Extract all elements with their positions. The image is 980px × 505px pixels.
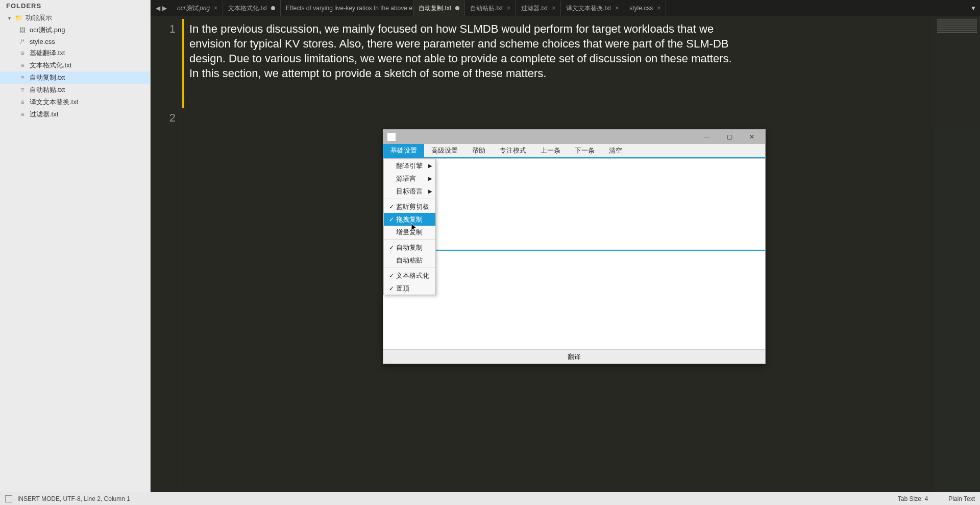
translate-button[interactable]: 翻译 [383, 349, 765, 364]
window-minimize-button[interactable]: — [696, 130, 718, 144]
tab-label: style.css [629, 5, 653, 12]
check-icon: ✓ [388, 285, 395, 292]
dropdown-label: 自动粘贴 [396, 256, 423, 265]
menu-item[interactable]: 基础设置 [383, 144, 424, 157]
tab-label: 自动粘贴.txt [470, 4, 503, 13]
line-number: 2 [151, 110, 176, 125]
file-type-icon: ≡ [18, 74, 27, 81]
tab-close-icon[interactable]: × [552, 5, 555, 12]
status-text[interactable]: INSERT MODE, UTF-8, Line 2, Column 1 [17, 495, 130, 502]
file-item[interactable]: /*style.css [0, 36, 150, 47]
dropdown-label: 源语言 [396, 174, 416, 183]
dropdown-item[interactable]: 源语言▶ [384, 172, 435, 185]
menu-item[interactable]: 清空 [602, 144, 629, 157]
tab-bar: ◀ ▶ ocr测试.png×文本格式化.txtEffects of varyin… [151, 0, 980, 16]
submenu-arrow-icon: ▶ [428, 176, 432, 181]
check-icon: ✓ [388, 203, 395, 210]
file-item[interactable]: ≡自动粘贴.txt [0, 84, 150, 96]
dropdown-item[interactable]: 翻译引擎▶ [384, 159, 435, 172]
dropdown-item[interactable]: ✓拖拽复制 [384, 213, 435, 226]
file-item[interactable]: ≡自动复制.txt [0, 71, 150, 84]
file-type-icon: ≡ [18, 86, 27, 93]
file-label: 文本格式化.txt [30, 61, 71, 70]
menu-item[interactable]: 专注模式 [493, 144, 533, 157]
dropdown-item[interactable]: 自动粘贴 [384, 254, 435, 267]
tab-close-icon[interactable]: × [214, 5, 217, 12]
gutter: 1 2 [151, 16, 181, 492]
tab-overflow-chevron[interactable]: ▼ [967, 0, 980, 16]
dirty-indicator-icon [455, 6, 459, 10]
tab[interactable]: 过滤器.txt× [516, 0, 561, 16]
folder-root[interactable]: ▾ 📁 功能展示 [0, 12, 150, 24]
tab-label: 过滤器.txt [521, 4, 548, 13]
submenu-arrow-icon: ▶ [428, 163, 432, 169]
menu-item[interactable]: 上一条 [533, 144, 568, 157]
nav-forward-icon[interactable]: ▶ [162, 5, 167, 12]
file-type-icon: ≡ [18, 99, 27, 106]
menu-separator [384, 199, 435, 199]
tab-label: 文本格式化.txt [228, 4, 267, 13]
sidebar-header: FOLDERS [0, 0, 150, 12]
menu-item[interactable]: 下一条 [568, 144, 602, 157]
tab-label: ocr测试.png [177, 4, 210, 13]
minimap[interactable] [934, 16, 980, 492]
file-item[interactable]: ≡译文文本替换.txt [0, 96, 150, 108]
window-maximize-button[interactable]: ▢ [718, 130, 741, 144]
status-bar: INSERT MODE, UTF-8, Line 2, Column 1 Tab… [0, 492, 980, 505]
dropdown-item[interactable]: ✓置顶 [384, 282, 435, 295]
status-syntax[interactable]: Plain Text [948, 495, 975, 502]
dropdown-item[interactable]: 目标语言▶ [384, 185, 435, 198]
file-label: 自动粘贴.txt [30, 85, 65, 94]
menu-item[interactable]: 高级设置 [424, 144, 465, 157]
status-tab-size[interactable]: Tab Size: 4 [898, 495, 928, 502]
dropdown-item[interactable]: 增量复制 [384, 226, 435, 238]
dropdown-label: 拖拽复制 [396, 215, 423, 224]
tab[interactable]: 译文文本替换.txt× [561, 0, 624, 16]
dropdown-item[interactable]: ✓监听剪切板 [384, 200, 435, 213]
file-type-icon: ≡ [18, 111, 27, 118]
chevron-down-icon: ▾ [8, 15, 14, 21]
dropdown-label: 文本格式化 [396, 271, 429, 280]
dropdown-item[interactable]: ✓自动复制 [384, 241, 435, 254]
output-divider [383, 250, 765, 251]
file-item[interactable]: ≡过滤器.txt [0, 108, 150, 121]
window-titlebar[interactable]: — ▢ ✕ [383, 130, 765, 144]
dropdown-label: 翻译引擎 [396, 161, 423, 171]
file-type-icon: ≡ [18, 62, 27, 69]
file-label: 过滤器.txt [30, 110, 58, 119]
file-label: 基础翻译.txt [30, 49, 65, 58]
app-icon [387, 133, 396, 141]
dropdown-label: 监听剪切板 [396, 202, 429, 211]
tab[interactable]: 自动粘贴.txt× [465, 0, 516, 16]
popup-menubar: 基础设置高级设置帮助专注模式上一条下一条清空 [383, 144, 765, 158]
file-type-icon: 🖼 [18, 27, 27, 34]
folder-icon: 📁 [14, 14, 22, 21]
tab[interactable]: Effects of varying live-key ratios In th… [281, 0, 413, 16]
tab[interactable]: 文本格式化.txt [223, 0, 281, 16]
tab[interactable]: style.css× [624, 0, 666, 16]
check-icon: ✓ [388, 244, 395, 251]
window-close-button[interactable]: ✕ [741, 130, 763, 144]
translator-window: — ▢ ✕ 基础设置高级设置帮助专注模式上一条下一条清空 翻译引擎▶源语言▶目标… [383, 129, 766, 364]
line-number: 1 [151, 21, 176, 36]
tab-close-icon[interactable]: × [615, 5, 619, 12]
file-item[interactable]: ≡基础翻译.txt [0, 47, 150, 59]
tab-label: Effects of varying live-key ratios In th… [286, 5, 413, 12]
folder-label: 功能展示 [26, 13, 52, 22]
tab[interactable]: ocr测试.png× [172, 0, 223, 16]
file-item[interactable]: 🖼ocr测试.png [0, 24, 150, 36]
file-label: style.css [30, 38, 55, 45]
tab-label: 译文文本替换.txt [566, 4, 611, 13]
menu-item[interactable]: 帮助 [465, 144, 493, 157]
dropdown-label: 置顶 [396, 284, 409, 293]
status-icon[interactable] [5, 495, 12, 502]
dropdown-item[interactable]: ✓文本格式化 [384, 269, 435, 282]
file-item[interactable]: ≡文本格式化.txt [0, 59, 150, 71]
tab-close-icon[interactable]: × [657, 5, 660, 12]
tab-close-icon[interactable]: × [507, 5, 510, 12]
dropdown-label: 自动复制 [396, 243, 423, 252]
tab-nav: ◀ ▶ [151, 0, 172, 16]
check-icon: ✓ [388, 216, 395, 223]
nav-back-icon[interactable]: ◀ [156, 5, 160, 12]
tab[interactable]: 自动复制.txt [413, 0, 465, 16]
